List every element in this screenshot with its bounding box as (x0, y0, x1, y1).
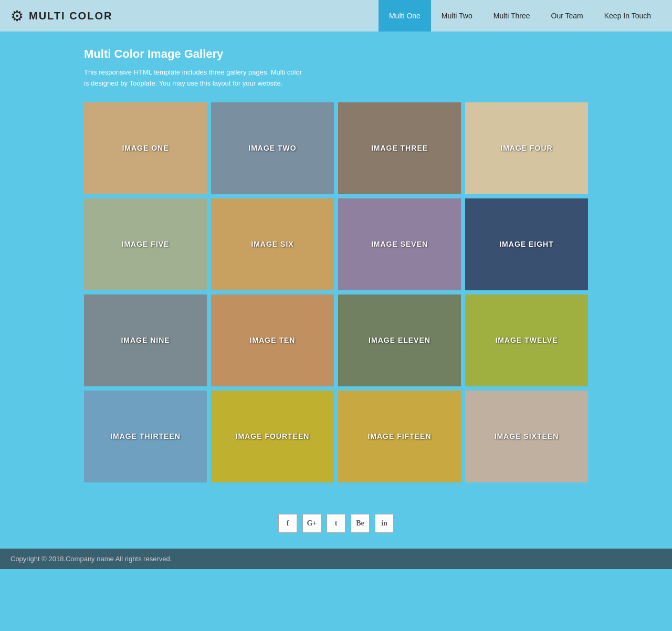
gallery-item-bg-9 (84, 295, 207, 386)
gallery-item-bg-16 (465, 391, 588, 482)
gallery-item-14[interactable]: IMAGE FOURTEEN (211, 391, 334, 482)
gallery-item-bg-5 (84, 198, 207, 290)
gallery-item-1[interactable]: IMAGE ONE (84, 102, 207, 194)
gallery-item-11[interactable]: IMAGE ELEVEN (338, 295, 461, 386)
gallery-item-16[interactable]: IMAGE SIXTEEN (465, 391, 588, 482)
gallery-item-4[interactable]: IMAGE FOUR (465, 102, 588, 194)
gallery-item-6[interactable]: IMAGE SIX (211, 198, 334, 290)
twitter-icon[interactable]: t (327, 514, 345, 533)
gallery-item-bg-10 (211, 295, 334, 386)
gallery-item-bg-8 (465, 198, 588, 290)
gallery-item-2[interactable]: IMAGE TWO (211, 102, 334, 194)
gallery-item-bg-3 (338, 102, 461, 194)
gallery-item-bg-4 (465, 102, 588, 194)
gallery-item-8[interactable]: IMAGE EIGHT (465, 198, 588, 290)
facebook-icon[interactable]: f (278, 514, 297, 533)
gallery-item-10[interactable]: IMAGE TEN (211, 295, 334, 386)
gallery-item-bg-13 (84, 391, 207, 482)
nav-link-multi-two[interactable]: Multi Two (431, 0, 483, 31)
gallery-item-15[interactable]: IMAGE FIFTEEN (338, 391, 461, 482)
gallery-item-bg-11 (338, 295, 461, 386)
social-bar: fG+tBein (0, 503, 672, 549)
nav-link-our-team[interactable]: Our Team (541, 0, 594, 31)
gallery-item-12[interactable]: IMAGE TWELVE (465, 295, 588, 386)
google-plus-icon[interactable]: G+ (302, 514, 321, 533)
gallery-item-bg-12 (465, 295, 588, 386)
gallery-grid: IMAGE ONEIMAGE TWOIMAGE THREEIMAGE FOURI… (84, 102, 588, 482)
gallery-item-bg-1 (84, 102, 207, 194)
gallery-item-bg-2 (211, 102, 334, 194)
main-nav: Multi OneMulti TwoMulti ThreeOur TeamKee… (379, 0, 662, 31)
gallery-item-13[interactable]: IMAGE THIRTEEN (84, 391, 207, 482)
gallery-title: Multi Color Image Gallery (84, 47, 588, 61)
logo-area: ⚙ MULTI COLOR (10, 7, 379, 25)
main-content: Multi Color Image Gallery This responsiv… (0, 31, 672, 503)
gallery-item-bg-14 (211, 391, 334, 482)
gallery-item-bg-15 (338, 391, 461, 482)
behance-icon[interactable]: Be (351, 514, 370, 533)
gallery-item-bg-7 (338, 198, 461, 290)
logo-text: MULTI COLOR (29, 10, 112, 22)
gallery-item-7[interactable]: IMAGE SEVEN (338, 198, 461, 290)
linkedin-icon[interactable]: in (375, 514, 394, 533)
nav-link-multi-one[interactable]: Multi One (379, 0, 431, 31)
footer-bar: Copyright © 2018.Company name All rights… (0, 549, 672, 569)
gallery-item-9[interactable]: IMAGE NINE (84, 295, 207, 386)
logo-icon: ⚙ (10, 7, 24, 25)
header: ⚙ MULTI COLOR Multi OneMulti TwoMulti Th… (0, 0, 672, 31)
nav-link-multi-three[interactable]: Multi Three (483, 0, 541, 31)
copyright-text: Copyright © 2018.Company name All rights… (10, 555, 172, 563)
gallery-item-5[interactable]: IMAGE FIVE (84, 198, 207, 290)
gallery-item-bg-6 (211, 198, 334, 290)
nav-link-keep-in-touch[interactable]: Keep In Touch (594, 0, 662, 31)
gallery-item-3[interactable]: IMAGE THREE (338, 102, 461, 194)
gallery-description: This responsive HTML template includes t… (84, 67, 304, 89)
